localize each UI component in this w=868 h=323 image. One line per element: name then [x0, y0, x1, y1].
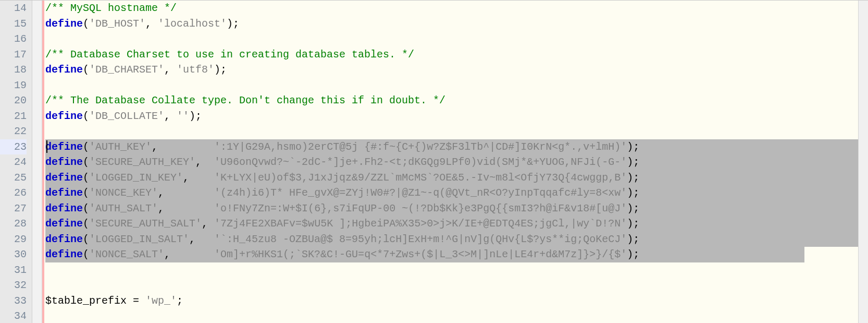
code-line[interactable]: define('DB_COLLATE', '');: [45, 109, 868, 124]
line-number-gutter: 1415161718192021222324252627282930313233…: [0, 1, 32, 323]
code-token: ,: [164, 248, 214, 260]
code-token: (: [83, 156, 89, 168]
code-token: );: [189, 110, 202, 122]
code-line[interactable]: define('AUTH_KEY', ':1Y|G29A,hsmo)2erCT@…: [45, 139, 868, 155]
line-number: 17: [0, 47, 27, 63]
code-token: 'LOGGED_IN_SALT': [89, 233, 189, 245]
line-number: 19: [0, 78, 27, 93]
code-line[interactable]: [45, 308, 868, 323]
line-number: 24: [0, 154, 27, 170]
code-line[interactable]: /** The Database Collate type. Don't cha…: [45, 93, 868, 109]
code-token: );: [627, 202, 639, 214]
code-token: 'NONCE_SALT': [89, 248, 164, 260]
line-number: 25: [0, 170, 27, 186]
code-token: /** Database Charset to use in creating …: [45, 49, 414, 61]
code-token: 'LOGGED_IN_KEY': [89, 172, 183, 184]
code-token: 'o!FNy7Zn=:W+$I(6},s7iFqUP-00 ~(!?Db$Kk}…: [214, 202, 627, 214]
line-number: 16: [0, 31, 27, 47]
code-token: 'AUTH_SALT': [89, 202, 158, 214]
code-line[interactable]: define('AUTH_SALT', 'o!FNy7Zn=:W+$I(6},s…: [45, 201, 868, 217]
code-line[interactable]: /** Database Charset to use in creating …: [45, 47, 868, 63]
code-line[interactable]: define('DB_CHARSET', 'utf8');: [45, 62, 868, 78]
line-number: 28: [0, 216, 27, 232]
code-token: 'K+LYX|eU)of$3,J1xJjqz&9/ZZL`mMcMS`?OE&5…: [214, 172, 627, 184]
code-area[interactable]: /** MySQL hostname */define('DB_HOST', '…: [44, 1, 868, 323]
code-line[interactable]: [45, 31, 868, 47]
code-token: ':1Y|G29A,hsmo)2erCT@5j {#:f~{C+{)w?Z$F3…: [214, 141, 627, 153]
code-line[interactable]: define('SECURE_AUTH_KEY', 'U96onQvwd?~`-…: [45, 154, 868, 170]
code-token: 'localhost': [158, 18, 227, 30]
code-token: (: [83, 64, 89, 76]
code-token: define: [45, 156, 83, 168]
code-token: define: [45, 172, 83, 184]
text-caret: [46, 140, 47, 153]
code-token: /** MySQL hostname */: [45, 2, 177, 14]
code-token: (: [83, 202, 89, 214]
code-token: 'DB_COLLATE': [89, 110, 164, 122]
code-token: (: [83, 233, 89, 245]
vertical-scrollbar[interactable]: [858, 1, 868, 323]
code-line[interactable]: define('LOGGED_IN_KEY', 'K+LYX|eU)of$3,J…: [45, 170, 868, 186]
code-token: define: [45, 141, 83, 153]
line-number: 20: [0, 93, 27, 109]
line-number: 21: [0, 109, 27, 124]
code-token: define: [45, 248, 83, 260]
code-token: );: [227, 18, 239, 30]
code-token: (: [83, 141, 89, 153]
code-token: (: [83, 172, 89, 184]
code-line[interactable]: $table_prefix = 'wp_';: [45, 293, 868, 309]
code-line[interactable]: /** MySQL hostname */: [45, 1, 868, 16]
code-token: 'SECURE_AUTH_KEY': [89, 156, 195, 168]
code-token: (: [83, 248, 89, 260]
code-token: );: [627, 172, 639, 184]
code-token: (: [83, 218, 89, 230]
code-line[interactable]: define('NONCE_SALT', 'Om]+r%HKS1(;`SK?&C…: [45, 247, 868, 262]
code-token: (: [83, 187, 89, 199]
code-token: 'Om]+r%HKS1(;`SK?&C!-GU=q<*7+Zws+($|L_3<…: [214, 248, 627, 260]
code-token: );: [627, 156, 639, 168]
code-line[interactable]: define('NONCE_KEY', '(z4h)i6)T* HFe_gvX@…: [45, 185, 868, 201]
code-line[interactable]: define('LOGGED_IN_SALT', '`:H_45zu8 -OZB…: [45, 232, 868, 247]
code-line[interactable]: [45, 124, 868, 139]
line-number: 22: [0, 124, 27, 139]
code-token: (: [83, 18, 89, 30]
code-token: ,: [189, 233, 214, 245]
code-line[interactable]: [45, 262, 868, 278]
code-token: );: [627, 248, 639, 260]
fold-strip: [32, 1, 42, 323]
code-token: define: [45, 187, 83, 199]
code-token: ,: [145, 18, 158, 30]
code-token: define: [45, 218, 83, 230]
code-token: 'AUTH_KEY': [89, 141, 152, 153]
code-token: ;: [177, 295, 183, 307]
code-line[interactable]: [45, 78, 868, 93]
code-token: 'U96onQvwd?~`-2dC-*]je+.Fh2-<t;dKGQg9LPf…: [214, 156, 627, 168]
code-token: );: [627, 187, 639, 199]
line-number: 27: [0, 201, 27, 217]
code-token: ,: [158, 202, 214, 214]
line-number: 14: [0, 1, 27, 16]
code-token: '7Zj4FE2XBAFv=$wU5K ];HgbeiPA%X35>0>j>K/…: [214, 218, 627, 230]
line-number: 18: [0, 62, 27, 78]
code-token: $table_prefix: [45, 295, 127, 307]
code-token: ,: [183, 172, 214, 184]
code-token: =: [127, 295, 145, 307]
code-editor[interactable]: 1415161718192021222324252627282930313233…: [0, 0, 868, 323]
code-token: );: [627, 141, 639, 153]
code-token: '(z4h)i6)T* HFe_gvX@=ZYj!W0#?|@Z1~-q(@QV…: [214, 187, 627, 199]
code-token: (: [83, 110, 89, 122]
code-line[interactable]: [45, 278, 868, 293]
code-token: ,: [152, 141, 214, 153]
code-line[interactable]: define('SECURE_AUTH_SALT', '7Zj4FE2XBAFv…: [45, 216, 868, 232]
code-token: ,: [202, 218, 214, 230]
code-token: define: [45, 18, 83, 30]
line-number: 29: [0, 232, 27, 247]
line-number: 34: [0, 308, 27, 323]
code-line[interactable]: define('DB_HOST', 'localhost');: [45, 16, 868, 32]
code-token: define: [45, 110, 83, 122]
code-token: define: [45, 202, 83, 214]
code-token: );: [627, 233, 639, 245]
code-token: ,: [158, 187, 214, 199]
code-token: ,: [164, 110, 177, 122]
code-token: define: [45, 233, 83, 245]
